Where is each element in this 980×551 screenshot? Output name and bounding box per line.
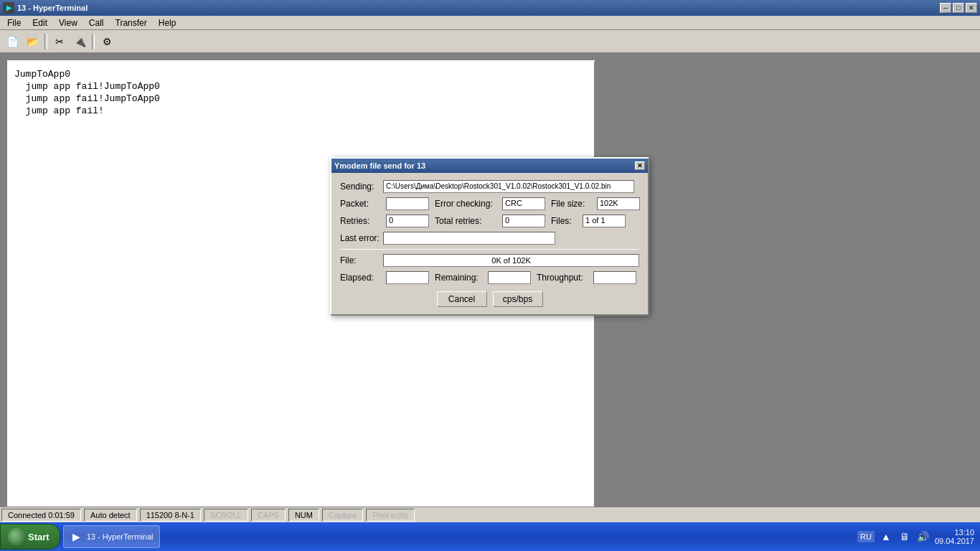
retries-row: Retries: 0 Total retries: 0 Files: [340, 215, 639, 227]
title-bar: ▶ 13 - HyperTerminal ─ □ ✕ [0, 0, 980, 16]
file-progress-bar: 0K of 102K [383, 254, 639, 267]
file-size-value: 102K [600, 199, 618, 207]
menu-transfer[interactable]: Transfer [110, 17, 153, 29]
sending-value: C:\Users\Дима\Desktop\Rostock301_V1.0.02… [386, 182, 611, 190]
app-icon: ▶ [3, 2, 14, 14]
toolbar-sep1 [44, 34, 47, 50]
tray-network-icon: 🖥 [897, 529, 912, 544]
remaining-field [488, 271, 531, 284]
error-checking-value: CRC [505, 199, 522, 207]
throughput-pair: Throughput: [537, 271, 636, 284]
taskbar-right: RU ▲ 🖥 🔊 13:10 09.04.2017 [852, 528, 980, 545]
files-pair: Files: 1 of 1 [551, 215, 626, 227]
retries-label: Retries: [340, 216, 383, 226]
tray-arrow-icon[interactable]: ▲ [879, 529, 893, 544]
minimize-button[interactable]: ─ [940, 3, 951, 13]
dialog-overlay: Ymodem file send for 13 ✕ Sending: C:\Us… [0, 53, 980, 522]
start-label: Start [28, 532, 50, 542]
file-size-label: File size: [551, 199, 594, 209]
toolbar-open[interactable]: 📂 [23, 33, 42, 50]
taskbar: Start ▶ 13 - HyperTerminal RU ▲ 🖥 🔊 13:1… [0, 522, 980, 551]
menu-file[interactable]: File [1, 17, 27, 29]
files-value: 1 of 1 [585, 216, 606, 225]
files-label: Files: [551, 216, 580, 226]
toolbar-sep2 [92, 34, 95, 50]
menu-view[interactable]: View [53, 17, 83, 29]
menu-bar: File Edit View Call Transfer Help [0, 16, 980, 30]
system-clock[interactable]: 13:10 09.04.2017 [935, 528, 974, 545]
last-error-label: Last error: [340, 233, 383, 243]
elapsed-field [386, 271, 429, 284]
total-retries-pair: Total retries: 0 [435, 215, 545, 227]
files-field: 1 of 1 [583, 215, 626, 227]
elapsed-label: Elapsed: [340, 273, 383, 283]
ymodem-dialog: Ymodem file send for 13 ✕ Sending: C:\Us… [330, 157, 649, 316]
language-indicator[interactable]: RU [857, 531, 875, 542]
taskbar-item-label: 13 - HyperTerminal [87, 532, 154, 541]
hyperterminal-icon: ▶ [70, 529, 84, 544]
clock-time: 13:10 [935, 528, 974, 537]
sending-row: Sending: C:\Users\Дима\Desktop\Rostock30… [340, 180, 639, 193]
error-checking-field: CRC [502, 197, 545, 210]
clock-date: 09.04.2017 [935, 537, 974, 545]
maximize-button[interactable]: □ [953, 3, 964, 13]
menu-help[interactable]: Help [153, 17, 182, 29]
packet-label: Packet: [340, 199, 383, 209]
toolbar-new[interactable]: 📄 [3, 33, 22, 50]
toolbar-connect[interactable]: 🔌 [70, 33, 89, 50]
close-button[interactable]: ✕ [966, 3, 977, 13]
remaining-pair: Remaining: [435, 271, 531, 284]
file-size-pair: File size: 102K [551, 197, 640, 210]
packet-row: Packet: Error checking: CRC File size: [340, 197, 639, 210]
retries-value: 0 [389, 216, 393, 225]
dialog-close-button[interactable]: ✕ [635, 161, 645, 170]
total-retries-field: 0 [502, 215, 545, 227]
packet-field [386, 197, 429, 210]
cancel-button[interactable]: Cancel [437, 291, 487, 307]
timing-row: Elapsed: Remaining: Throughput: [340, 271, 639, 284]
start-button[interactable]: Start [0, 524, 60, 550]
error-checking-pair: Error checking: CRC [435, 197, 545, 210]
title-bar-controls: ─ □ ✕ [940, 3, 977, 13]
title-bar-left: ▶ 13 - HyperTerminal [3, 2, 88, 14]
last-error-field [383, 232, 555, 245]
menu-edit[interactable]: Edit [27, 17, 53, 29]
sending-label: Sending: [340, 182, 383, 192]
error-checking-label: Error checking: [435, 199, 499, 209]
retries-field: 0 [386, 215, 429, 227]
packet-pair: Packet: [340, 197, 429, 210]
dialog-title-text: Ymodem file send for 13 [334, 161, 425, 170]
total-retries-value: 0 [505, 216, 509, 225]
elapsed-pair: Elapsed: [340, 271, 429, 284]
menu-call[interactable]: Call [83, 17, 110, 29]
file-label: File: [340, 255, 383, 265]
remaining-label: Remaining: [435, 273, 485, 283]
file-size-field: 102K [597, 197, 640, 210]
main-area: JumpToApp0 jump app fail!JumpToApp0 jump… [0, 53, 980, 522]
throughput-label: Throughput: [537, 273, 590, 283]
toolbar-properties[interactable]: ⚙ [98, 33, 116, 50]
cps-bps-button[interactable]: cps/bps [493, 291, 543, 307]
taskbar-hyperterminal[interactable]: ▶ 13 - HyperTerminal [63, 525, 160, 548]
throughput-field [593, 271, 636, 284]
dialog-content: Sending: C:\Users\Дима\Desktop\Rostock30… [331, 173, 648, 314]
sending-field: C:\Users\Дима\Desktop\Rostock301_V1.0.02… [383, 180, 634, 193]
tray-volume-icon[interactable]: 🔊 [916, 529, 930, 544]
dialog-separator [340, 249, 639, 250]
file-progress-row: File: 0K of 102K [340, 254, 639, 267]
toolbar-disconnect[interactable]: ✂ [50, 33, 69, 50]
start-orb-icon [8, 528, 25, 545]
total-retries-label: Total retries: [435, 216, 499, 226]
title-bar-text: 13 - HyperTerminal [17, 4, 88, 12]
dialog-buttons: Cancel cps/bps [340, 291, 639, 307]
toolbar: 📄 📂 ✂ 🔌 ⚙ [0, 30, 980, 53]
last-error-row: Last error: [340, 232, 639, 245]
dialog-title-bar: Ymodem file send for 13 ✕ [331, 159, 648, 173]
file-progress-text: 0K of 102K [384, 255, 639, 266]
retries-pair: Retries: 0 [340, 215, 429, 227]
